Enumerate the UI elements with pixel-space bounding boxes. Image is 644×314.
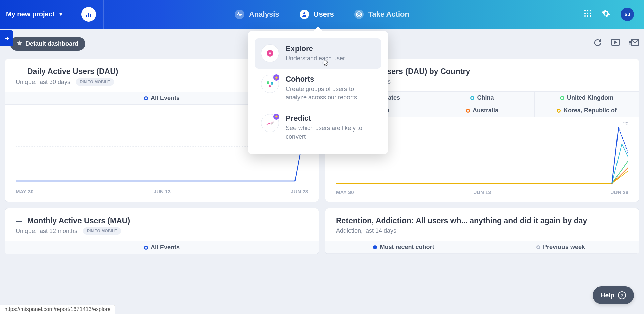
question-icon: ?: [618, 291, 626, 299]
chevron-down-icon: ▼: [58, 12, 63, 17]
axis-label: JUN 28: [291, 189, 308, 194]
card-retention: Retention, Addiction: All users wh... an…: [325, 208, 639, 254]
nav-tab-users[interactable]: Users: [300, 10, 334, 19]
email-icon[interactable]: [629, 39, 639, 49]
legend-label: Korea, Republic of: [564, 107, 617, 114]
svg-point-6: [584, 10, 586, 11]
svg-line-27: [612, 127, 619, 184]
lightning-badge-icon: ⚡: [273, 114, 279, 120]
svg-point-10: [587, 12, 588, 14]
legend-label: All Events: [151, 95, 180, 102]
nodes-icon: ⚡: [261, 75, 279, 93]
menu-item-explore[interactable]: Explore Understand each user: [255, 38, 381, 69]
card-title[interactable]: Retention, Addiction: All users wh... an…: [336, 216, 587, 225]
legend-label: Most recent cohort: [380, 244, 434, 251]
menu-item-title: Explore: [286, 44, 375, 53]
svg-point-13: [587, 15, 588, 16]
svg-point-11: [590, 12, 591, 14]
default-dashboard-button[interactable]: Default dashboard: [10, 37, 85, 51]
svg-rect-1: [88, 13, 89, 17]
legend-dot-icon: [144, 246, 148, 250]
app-switcher[interactable]: [73, 0, 104, 29]
svg-point-9: [584, 12, 586, 14]
svg-point-5: [358, 13, 360, 16]
legend-item[interactable]: Previous week: [482, 241, 639, 253]
pin-to-mobile-badge[interactable]: PIN TO MOBILE: [83, 227, 121, 235]
x-axis: MAY 30 JUN 13 JUN 28: [325, 189, 639, 202]
nav-tab-analysis[interactable]: Analysis: [235, 10, 279, 19]
legend-item[interactable]: Australia: [430, 104, 535, 117]
legend-item[interactable]: China: [430, 92, 535, 104]
legend-dot-icon: [470, 96, 474, 100]
card-mau: — Monthly Active Users (MAU) Unique, las…: [5, 208, 319, 254]
legend-dot-icon: [144, 96, 148, 100]
dashboard-actions: [594, 39, 639, 49]
legend-item[interactable]: Korea, Republic of: [535, 104, 639, 117]
menu-item-title: Predict: [286, 114, 375, 123]
card-subtitle: Unique, last 12 months: [16, 228, 77, 235]
nav-label: Users: [314, 10, 334, 19]
header-actions: SJ: [584, 8, 644, 21]
axis-label: MAY 30: [16, 189, 34, 194]
menu-item-desc: See which users are likely to convert: [286, 124, 375, 141]
pulse-icon: [235, 10, 244, 19]
legend-row: Most recent cohort Previous week: [325, 241, 639, 254]
pin-to-mobile-badge[interactable]: PIN TO MOBILE: [76, 78, 114, 86]
svg-point-8: [590, 10, 591, 11]
svg-line-25: [612, 144, 622, 184]
axis-label: MAY 30: [336, 189, 354, 195]
axis-label: JUN 13: [154, 189, 171, 194]
x-axis: MAY 30 JUN 13 JUN 28: [5, 189, 319, 201]
nav-label: Take Action: [368, 10, 409, 19]
bar-chart-icon: [81, 7, 96, 22]
refresh-icon[interactable]: [594, 39, 602, 49]
help-button[interactable]: Help ?: [593, 286, 634, 304]
top-header: My new project ▼ Analysis Users Take Act…: [0, 0, 644, 29]
sidebar-expand-button[interactable]: ➔: [0, 30, 13, 46]
compass-icon: [261, 44, 279, 62]
gear-icon[interactable]: [602, 9, 610, 20]
collapse-icon[interactable]: —: [16, 217, 22, 225]
apps-grid-icon[interactable]: [584, 9, 592, 19]
user-avatar[interactable]: SJ: [621, 8, 634, 21]
legend-label: Australia: [473, 107, 498, 114]
arrow-right-icon: ➔: [4, 35, 9, 42]
legend-dot-icon: [560, 96, 564, 100]
user-icon: [300, 10, 309, 19]
pin-icon: [17, 40, 22, 47]
svg-point-3: [303, 12, 305, 14]
users-dropdown-menu: Explore Understand each user ⚡ Cohorts C…: [248, 31, 388, 154]
card-title[interactable]: Daily Active Users (DAU): [27, 67, 118, 76]
legend-dot-icon: [466, 109, 470, 113]
nav-label: Analysis: [249, 10, 279, 19]
card-title[interactable]: Monthly Active Users (MAU): [27, 216, 130, 225]
legend-label: Previous week: [543, 244, 585, 251]
presentation-icon[interactable]: [611, 39, 620, 49]
svg-rect-2: [90, 14, 91, 17]
legend-label: United Kingdom: [567, 94, 613, 101]
help-label: Help: [601, 292, 614, 299]
legend-dot-icon: [536, 245, 540, 249]
menu-item-desc: Understand each user: [286, 54, 375, 63]
main-nav: Analysis Users Take Action: [235, 10, 409, 19]
legend-dot-icon: [557, 109, 561, 113]
card-subtitle: Unique, last 30 days: [16, 78, 70, 86]
nav-tab-take-action[interactable]: Take Action: [354, 10, 409, 19]
legend-item[interactable]: United Kingdom: [535, 92, 639, 104]
dropdown-pointer: [313, 26, 323, 31]
collapse-icon[interactable]: —: [16, 68, 22, 75]
axis-label: JUN 13: [474, 189, 491, 195]
svg-point-14: [590, 15, 591, 16]
menu-item-cohorts[interactable]: ⚡ Cohorts Create groups of users to anal…: [255, 69, 381, 108]
project-selector[interactable]: My new project ▼: [0, 0, 73, 29]
project-name: My new project: [6, 10, 54, 18]
legend-row: All Events: [5, 241, 319, 254]
menu-item-title: Cohorts: [286, 75, 375, 84]
dashboard-label: Default dashboard: [25, 40, 78, 47]
lightning-badge-icon: ⚡: [273, 74, 279, 81]
legend-item[interactable]: Most recent cohort: [325, 241, 482, 253]
svg-rect-0: [86, 15, 87, 17]
svg-point-4: [356, 12, 362, 17]
menu-item-predict[interactable]: ⚡ Predict See which users are likely to …: [255, 108, 381, 147]
legend-item[interactable]: All Events: [5, 241, 319, 254]
